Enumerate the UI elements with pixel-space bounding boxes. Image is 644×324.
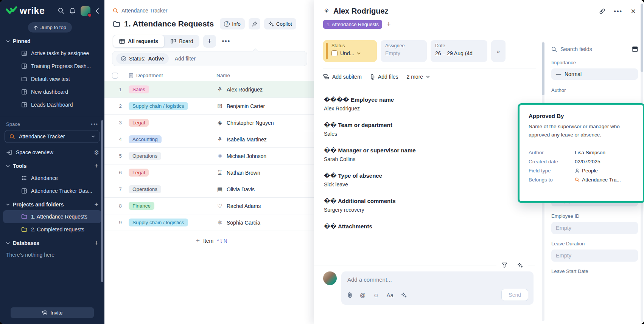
department-tag[interactable]: Supply chain / logistics bbox=[129, 219, 188, 226]
importance-value[interactable]: — Normal bbox=[551, 68, 638, 80]
pin-button[interactable] bbox=[249, 18, 260, 29]
date-field[interactable]: Date 26 – 29 Aug (4d bbox=[431, 40, 487, 62]
table-row[interactable]: 7 Operations ▤Olivia Davis bbox=[104, 181, 314, 198]
collapse-panel-icon[interactable] bbox=[632, 47, 638, 52]
tab-board[interactable]: Board bbox=[165, 35, 199, 48]
add-item-button[interactable]: + Item ^⇧N bbox=[104, 231, 314, 245]
department-tag[interactable]: Legal bbox=[129, 119, 149, 127]
add-files-button[interactable]: Add files bbox=[370, 74, 398, 80]
tools-section-header[interactable]: Tools + bbox=[0, 160, 104, 172]
item-name[interactable]: Nathan Brown bbox=[227, 170, 260, 176]
info-button[interactable]: iInfo bbox=[220, 18, 245, 29]
sidebar-scrollbar[interactable] bbox=[101, 120, 103, 282]
wrike-logo[interactable]: wrike bbox=[6, 5, 58, 16]
ai-sparkle-icon[interactable] bbox=[517, 262, 523, 268]
field-value[interactable]: Sales bbox=[324, 131, 545, 137]
project-tag[interactable]: 1. Attendance Requests bbox=[323, 20, 382, 29]
add-filter-button[interactable]: Add filter bbox=[175, 56, 196, 62]
field-value[interactable]: Surgery recovery bbox=[324, 207, 545, 213]
task-more-icon[interactable]: ••• bbox=[614, 8, 622, 15]
copy-link-icon[interactable] bbox=[599, 8, 605, 14]
space-selector[interactable]: Attendance Tracker bbox=[5, 130, 100, 143]
item-name[interactable]: Rachel Adams bbox=[227, 203, 261, 209]
more-actions-button[interactable]: 2 more bbox=[407, 74, 430, 80]
emoji-icon[interactable]: ☺ bbox=[373, 292, 379, 298]
column-header-name[interactable]: Name bbox=[216, 73, 314, 78]
views-more-icon[interactable]: ••• bbox=[220, 38, 233, 45]
table-row[interactable]: 5 Operations ⚛Michael Johnson bbox=[104, 148, 314, 164]
department-tag[interactable]: Supply chain / logistics bbox=[129, 102, 188, 110]
sidebar-item-attendance-dashboard[interactable]: Attendance Tracker Das... bbox=[3, 184, 101, 197]
send-button[interactable]: Send bbox=[501, 289, 528, 301]
leave-duration-input[interactable]: Empty bbox=[551, 250, 638, 262]
add-tag-icon[interactable]: + bbox=[387, 20, 391, 28]
notifications-bell-icon[interactable] bbox=[69, 8, 76, 14]
sidebar-item-completed-requests[interactable]: 2. Completed requests bbox=[3, 223, 101, 236]
status-filter-chip[interactable]: Status: Active bbox=[116, 53, 169, 64]
status-field[interactable]: Status Und... bbox=[323, 40, 377, 62]
field-value[interactable]: Alex Rodriguez bbox=[324, 105, 545, 112]
add-project-icon[interactable]: + bbox=[94, 201, 98, 209]
column-header-department[interactable]: Department bbox=[129, 73, 216, 78]
close-icon[interactable]: × bbox=[631, 7, 636, 16]
item-name[interactable]: Isabella Martinez bbox=[227, 136, 267, 143]
attach-file-icon[interactable] bbox=[347, 292, 352, 298]
search-fields-input[interactable]: Search fields bbox=[560, 46, 592, 52]
user-avatar[interactable] bbox=[81, 6, 90, 16]
table-row[interactable]: 8 Finance ♡Rachel Adams bbox=[104, 198, 314, 214]
comment-input[interactable]: Add a comment... @ ☺ Aa Send bbox=[341, 271, 534, 305]
sidebar-item-active-tasks[interactable]: Active tasks by assignee bbox=[3, 47, 101, 60]
item-name[interactable]: Christopher Nguyen bbox=[227, 120, 274, 126]
add-view-button[interactable]: + bbox=[203, 35, 216, 48]
projects-section-header[interactable]: Projects and folders + bbox=[0, 199, 104, 210]
add-tool-icon[interactable]: + bbox=[94, 162, 98, 170]
assignee-field[interactable]: Assignee Empty bbox=[381, 40, 427, 62]
search-icon[interactable] bbox=[58, 8, 64, 14]
table-row[interactable]: 6 Legal ♖Nathan Brown bbox=[104, 164, 314, 181]
expand-fields-button[interactable]: » bbox=[491, 40, 506, 62]
department-tag[interactable]: Operations bbox=[129, 185, 161, 193]
sidebar-item-default-view-test[interactable]: Default view test bbox=[3, 73, 101, 85]
select-all-checkbox[interactable] bbox=[112, 73, 118, 79]
space-settings-gear-icon[interactable]: ⚙ bbox=[94, 149, 99, 156]
table-row[interactable]: 1 Sales ⚘Alex Rodriguez bbox=[104, 81, 314, 98]
ai-sparkle-icon[interactable] bbox=[401, 292, 407, 298]
employee-id-input[interactable]: Empty bbox=[551, 222, 638, 234]
department-tag[interactable]: Sales bbox=[129, 85, 149, 93]
copilot-button[interactable]: Copilot bbox=[264, 18, 296, 29]
department-tag[interactable]: Legal bbox=[129, 169, 149, 177]
sidebar-item-training-dashboard[interactable]: Training Progress Dash... bbox=[3, 60, 101, 73]
databases-section-header[interactable]: Databases + bbox=[0, 237, 104, 249]
task-title[interactable]: Alex Rodriguez bbox=[333, 7, 389, 16]
sidebar-item-new-dashboard[interactable]: New dashboard bbox=[3, 85, 101, 98]
item-name[interactable]: Sophia Garcia bbox=[227, 220, 260, 226]
sidebar-item-attendance-tool[interactable]: Attendance bbox=[3, 172, 101, 184]
table-row[interactable]: 3 Legal ◈Christopher Nguyen bbox=[104, 115, 314, 131]
detail-scrollbar-thumb[interactable] bbox=[542, 42, 544, 95]
item-name[interactable]: Olivia Davis bbox=[227, 186, 255, 192]
department-tag[interactable]: Finance bbox=[129, 202, 154, 210]
collapse-sidebar-icon[interactable] bbox=[95, 8, 99, 14]
breadcrumb[interactable]: Attendance Tracker bbox=[104, 0, 314, 14]
department-tag[interactable]: Operations bbox=[129, 152, 161, 160]
field-value[interactable]: Sarah Collins bbox=[324, 156, 545, 162]
status-checkbox[interactable] bbox=[331, 50, 338, 56]
space-more-icon[interactable]: ••• bbox=[91, 121, 98, 127]
jump-to-top-button[interactable]: Jump to top bbox=[28, 22, 72, 33]
tab-all-requests[interactable]: All requests bbox=[113, 35, 165, 48]
department-tag[interactable]: Accounting bbox=[129, 135, 162, 143]
text-format-icon[interactable]: Aa bbox=[387, 292, 394, 298]
right-scrollbar-thumb[interactable] bbox=[641, 4, 643, 72]
pinned-section-header[interactable]: Pinned bbox=[0, 36, 104, 47]
mention-icon[interactable]: @ bbox=[360, 292, 366, 298]
table-row[interactable]: 9 Supply chain / logistics ⚛Sophia Garci… bbox=[104, 214, 314, 231]
add-subitem-button[interactable]: Add subitem bbox=[323, 74, 362, 80]
filter-comments-icon[interactable] bbox=[502, 262, 507, 268]
table-row[interactable]: 4 Accounting ⚘Isabella Martinez bbox=[104, 131, 314, 148]
sidebar-item-space-overview[interactable]: Space overview ⚙ bbox=[0, 146, 104, 159]
field-value[interactable]: Sick leave bbox=[324, 181, 545, 188]
table-row[interactable]: 2 Supply chain / logistics ⚄Benjamin Car… bbox=[104, 98, 314, 115]
item-name[interactable]: Alex Rodriguez bbox=[227, 87, 263, 93]
item-name[interactable]: Michael Johnson bbox=[227, 153, 266, 159]
item-name[interactable]: Benjamin Carter bbox=[227, 103, 265, 109]
